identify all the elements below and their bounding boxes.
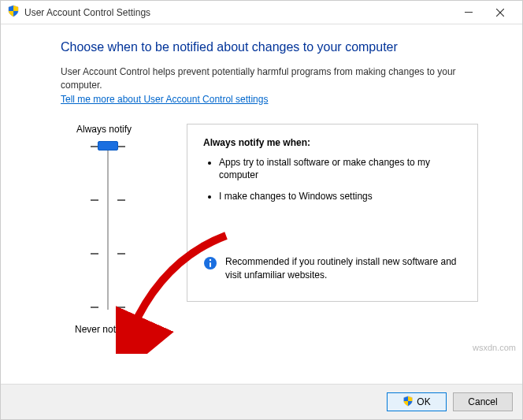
info-icon xyxy=(203,256,217,270)
slider-area: Always notify Never notify Always notify… xyxy=(61,124,499,335)
learn-more-link[interactable]: Tell me more about User Account Control … xyxy=(61,94,268,105)
slider-column: Always notify Never notify xyxy=(61,124,155,335)
slider-track xyxy=(107,146,109,310)
minimize-icon xyxy=(465,9,473,17)
slider-top-label: Always notify xyxy=(53,124,155,135)
cancel-button-label: Cancel xyxy=(468,396,497,407)
page-heading: Choose when to be notified about changes… xyxy=(61,40,499,54)
minimize-button[interactable] xyxy=(453,2,484,24)
uac-settings-window: User Account Control Settings Choose whe… xyxy=(0,0,523,420)
detail-panel: Always notify me when: Apps try to insta… xyxy=(187,124,478,302)
info-row: Recommended if you routinely install new… xyxy=(203,255,462,282)
detail-title: Always notify me when: xyxy=(203,137,462,148)
content-area: Choose when to be notified about changes… xyxy=(1,24,522,384)
page-description: User Account Control helps prevent poten… xyxy=(61,65,499,92)
info-text: Recommended if you routinely install new… xyxy=(225,255,462,282)
detail-bullets: Apps try to install software or make cha… xyxy=(203,156,462,203)
slider-thumb[interactable] xyxy=(98,141,118,151)
slider-tick xyxy=(84,199,132,200)
slider-tick xyxy=(84,253,132,254)
svg-rect-4 xyxy=(210,262,211,267)
slider-bottom-label: Never notify xyxy=(45,324,155,335)
notification-slider[interactable] xyxy=(84,141,132,314)
titlebar: User Account Control Settings xyxy=(1,1,522,24)
shield-icon xyxy=(7,5,20,20)
cancel-button[interactable]: Cancel xyxy=(453,392,513,411)
window-title: User Account Control Settings xyxy=(24,7,150,18)
close-button[interactable] xyxy=(484,2,516,24)
detail-bullet: Apps try to install software or make cha… xyxy=(219,156,462,183)
detail-bullet: I make changes to Windows settings xyxy=(219,190,462,203)
footer: OK Cancel xyxy=(1,384,522,419)
close-icon xyxy=(496,9,504,17)
slider-tick xyxy=(84,307,132,307)
shield-icon xyxy=(402,396,414,409)
ok-button[interactable]: OK xyxy=(387,392,447,411)
svg-point-5 xyxy=(210,259,211,261)
svg-rect-0 xyxy=(465,12,473,13)
ok-button-label: OK xyxy=(417,396,430,407)
watermark: wsxdn.com xyxy=(473,343,516,352)
